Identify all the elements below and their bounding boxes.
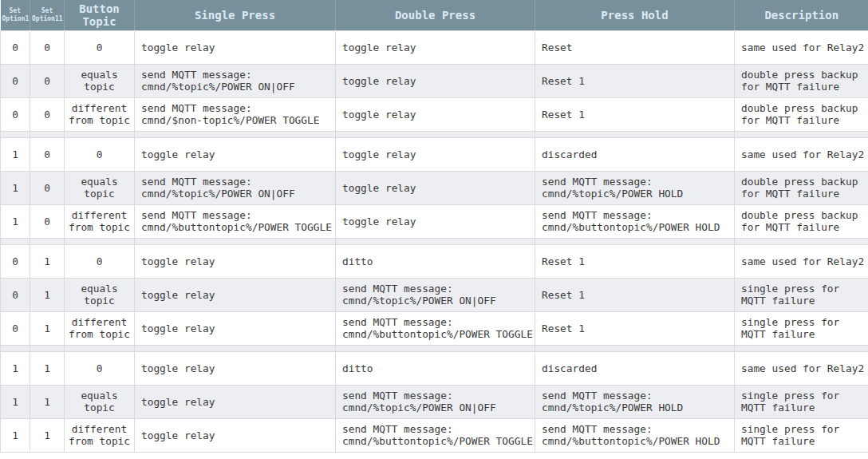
cell-button-topic: equals topic	[65, 171, 135, 204]
separator-cell	[336, 238, 535, 244]
column-header-set-option11: Set Option11	[30, 0, 65, 30]
cell-double-press: send MQTT message: cmnd/%buttontopic%/PO…	[336, 311, 535, 345]
cell-button-topic: 0	[65, 244, 135, 278]
cell-set-option1: 1	[1, 204, 30, 238]
cell-single-press: send MQTT message: cmnd/%buttontopic%/PO…	[135, 204, 336, 238]
cell-press-hold: Reset 1	[535, 64, 735, 97]
cell-description: same used for Relay2	[735, 244, 868, 278]
cell-single-press: toggle relay	[135, 30, 336, 64]
table-row: 10different from topicsend MQTT message:…	[1, 204, 868, 238]
table-row: 10equals topicsend MQTT message: cmnd/%t…	[1, 171, 868, 204]
cell-description: double press backup for MQTT failure	[735, 204, 868, 238]
column-header-single-press: Single Press	[135, 0, 336, 30]
cell-set-option11: 0	[30, 64, 65, 97]
cell-description: single press for MQTT failure	[735, 418, 868, 452]
column-header-description: Description	[735, 0, 868, 30]
cell-press-hold: Reset 1	[535, 311, 735, 345]
cell-button-topic: equals topic	[65, 385, 135, 418]
cell-set-option1: 1	[1, 418, 30, 452]
column-header-double-press: Double Press	[336, 0, 535, 30]
cell-set-option11: 0	[30, 137, 65, 171]
cell-double-press: toggle relay	[336, 204, 535, 238]
table-row: 00equals topicsend MQTT message: cmnd/%t…	[1, 64, 868, 97]
table-row: 00different from topicsend MQTT message:…	[1, 97, 868, 131]
separator-cell	[1, 345, 30, 351]
table-body: 000toggle relaytoggle relayResetsame use…	[1, 30, 868, 452]
separator-cell	[735, 131, 868, 137]
cell-set-option1: 1	[1, 385, 30, 418]
cell-double-press: send MQTT message: cmnd/%buttontopic%/PO…	[336, 418, 535, 452]
cell-set-option1: 1	[1, 137, 30, 171]
cell-press-hold: Reset 1	[535, 244, 735, 278]
cell-double-press: toggle relay	[336, 30, 535, 64]
group-separator-row	[1, 131, 868, 137]
cell-single-press: send MQTT message: cmnd/%topic%/POWER ON…	[135, 64, 336, 97]
cell-single-press: send MQTT message: cmnd/%topic%/POWER ON…	[135, 171, 336, 204]
group-separator-row	[1, 345, 868, 351]
group-separator-row	[1, 238, 868, 244]
separator-cell	[135, 131, 336, 137]
separator-cell	[535, 131, 735, 137]
cell-single-press: toggle relay	[135, 385, 336, 418]
table-row: 110toggle relaydittodiscardedsame used f…	[1, 351, 868, 385]
cell-button-topic: 0	[65, 30, 135, 64]
separator-cell	[30, 131, 65, 137]
cell-set-option11: 0	[30, 30, 65, 64]
table-row: 01different from topictoggle relaysend M…	[1, 311, 868, 345]
cell-double-press: toggle relay	[336, 97, 535, 131]
cell-button-topic: different from topic	[65, 311, 135, 345]
cell-set-option11: 1	[30, 278, 65, 311]
cell-description: same used for Relay2	[735, 351, 868, 385]
separator-cell	[135, 238, 336, 244]
cell-set-option1: 0	[1, 278, 30, 311]
cell-set-option11: 0	[30, 97, 65, 131]
column-header-button-topic: Button Topic	[65, 0, 135, 30]
cell-single-press: toggle relay	[135, 351, 336, 385]
cell-set-option11: 1	[30, 385, 65, 418]
cell-description: double press backup for MQTT failure	[735, 64, 868, 97]
cell-double-press: ditto	[336, 351, 535, 385]
cell-description: same used for Relay2	[735, 137, 868, 171]
cell-single-press: toggle relay	[135, 244, 336, 278]
separator-cell	[336, 345, 535, 351]
cell-double-press: ditto	[336, 244, 535, 278]
cell-button-topic: equals topic	[65, 278, 135, 311]
cell-set-option11: 1	[30, 311, 65, 345]
cell-description: single press for MQTT failure	[735, 278, 868, 311]
separator-cell	[135, 345, 336, 351]
separator-cell	[735, 238, 868, 244]
cell-set-option11: 1	[30, 351, 65, 385]
table-header: Set Option1 Set Option11 Button Topic Si…	[1, 0, 868, 30]
cell-set-option1: 0	[1, 244, 30, 278]
column-header-press-hold: Press Hold	[535, 0, 735, 30]
table-row: 000toggle relaytoggle relayResetsame use…	[1, 30, 868, 64]
cell-single-press: toggle relay	[135, 311, 336, 345]
separator-cell	[65, 345, 135, 351]
cell-button-topic: equals topic	[65, 64, 135, 97]
cell-button-topic: different from topic	[65, 418, 135, 452]
cell-button-topic: 0	[65, 351, 135, 385]
table-row: 11equals topictoggle relaysend MQTT mess…	[1, 385, 868, 418]
separator-cell	[336, 131, 535, 137]
cell-set-option11: 1	[30, 244, 65, 278]
cell-set-option1: 1	[1, 351, 30, 385]
cell-press-hold: Reset 1	[535, 278, 735, 311]
cell-double-press: toggle relay	[336, 137, 535, 171]
cell-press-hold: discarded	[535, 351, 735, 385]
cell-set-option1: 0	[1, 30, 30, 64]
cell-double-press: send MQTT message: cmnd/%topic%/POWER ON…	[336, 385, 535, 418]
cell-button-topic: 0	[65, 137, 135, 171]
cell-press-hold: send MQTT message: cmnd/%buttontopic%/PO…	[535, 418, 735, 452]
table-row: 010toggle relaydittoReset 1same used for…	[1, 244, 868, 278]
cell-description: single press for MQTT failure	[735, 311, 868, 345]
cell-description: double press backup for MQTT failure	[735, 171, 868, 204]
cell-double-press: toggle relay	[336, 171, 535, 204]
separator-cell	[65, 238, 135, 244]
table-row: 100toggle relaytoggle relaydiscardedsame…	[1, 137, 868, 171]
cell-set-option11: 1	[30, 418, 65, 452]
column-header-set-option1: Set Option1	[1, 0, 30, 30]
cell-description: double press backup for MQTT failure	[735, 97, 868, 131]
separator-cell	[1, 238, 30, 244]
cell-set-option1: 0	[1, 64, 30, 97]
header-row: Set Option1 Set Option11 Button Topic Si…	[1, 0, 868, 30]
